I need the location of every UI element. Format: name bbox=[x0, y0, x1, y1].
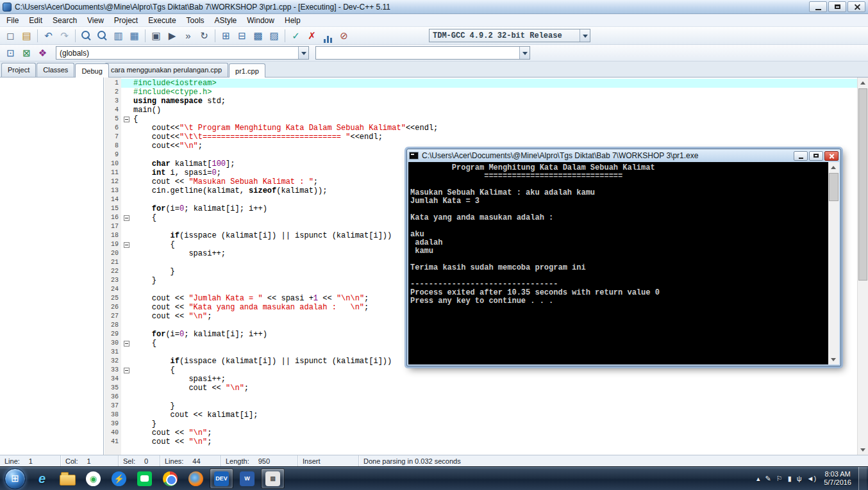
editor-tab-2[interactable]: pr1.cpp bbox=[229, 63, 265, 78]
line-number[interactable]: 23 bbox=[104, 276, 121, 285]
line-number[interactable]: 20 bbox=[104, 249, 121, 258]
code-line[interactable]: 38 cout << kalimat[i]; bbox=[104, 411, 857, 420]
fold-toggle-icon[interactable] bbox=[124, 242, 129, 248]
open-file-icon[interactable]: ▤ bbox=[19, 29, 35, 43]
taskbar-devcpp[interactable]: DEV bbox=[210, 468, 233, 489]
console-scrollbar[interactable] bbox=[828, 162, 839, 364]
line-number[interactable]: 41 bbox=[104, 437, 121, 446]
line-number[interactable]: 30 bbox=[104, 339, 121, 348]
scroll-up-icon[interactable] bbox=[858, 78, 868, 88]
abort-compile-icon[interactable]: ✗ bbox=[304, 29, 320, 43]
code-line[interactable]: 5{ bbox=[104, 115, 857, 124]
window-cascade-icon[interactable]: ▩ bbox=[250, 29, 266, 43]
code-line[interactable]: 6 cout<<"\t Program Menghitung Kata Dala… bbox=[104, 124, 857, 133]
code-line[interactable]: 39 } bbox=[104, 420, 857, 429]
window-layout-icon[interactable]: ▨ bbox=[266, 29, 282, 43]
fold-toggle-icon[interactable] bbox=[124, 341, 129, 347]
line-number[interactable]: 17 bbox=[104, 222, 121, 231]
line-number[interactable]: 35 bbox=[104, 384, 121, 393]
line-number[interactable]: 39 bbox=[104, 420, 121, 429]
maximize-button[interactable] bbox=[828, 1, 846, 12]
close-button[interactable] bbox=[847, 1, 865, 12]
menu-item-tools[interactable]: Tools bbox=[181, 15, 210, 26]
line-number[interactable]: 5 bbox=[104, 115, 121, 124]
compiler-profile-select[interactable]: TDM-GCC 4.9.2 32-bit Release bbox=[429, 29, 590, 42]
editor-tab-1[interactable]: cara menggunakan perulangan.cpp bbox=[104, 63, 228, 77]
line-number[interactable]: 12 bbox=[104, 177, 121, 186]
members-select[interactable] bbox=[315, 46, 530, 60]
rebuild-all-icon[interactable]: ↻ bbox=[196, 29, 212, 43]
minimize-button[interactable] bbox=[809, 1, 827, 12]
redo-icon[interactable]: ↷ bbox=[56, 29, 72, 43]
view-classes-icon[interactable]: ⊠ bbox=[19, 46, 35, 60]
scroll-down-icon[interactable] bbox=[858, 445, 868, 455]
code-line[interactable]: 36 bbox=[104, 393, 857, 402]
menu-item-file[interactable]: File bbox=[1, 15, 24, 26]
line-number[interactable]: 31 bbox=[104, 348, 121, 357]
volume-icon[interactable]: ◄) bbox=[807, 475, 817, 482]
line-number[interactable]: 4 bbox=[104, 106, 121, 115]
line-number[interactable]: 11 bbox=[104, 168, 121, 177]
line-number[interactable]: 8 bbox=[104, 142, 121, 151]
class-browser-icon[interactable]: ❖ bbox=[35, 46, 51, 60]
menu-item-help[interactable]: Help bbox=[280, 15, 306, 26]
code-line[interactable]: 1#include<iostream> bbox=[104, 79, 857, 88]
line-number[interactable]: 9 bbox=[104, 151, 121, 159]
fold-toggle-icon[interactable] bbox=[124, 215, 129, 221]
line-number[interactable]: 29 bbox=[104, 330, 121, 339]
line-number[interactable]: 24 bbox=[104, 285, 121, 294]
taskbar-green-app[interactable]: ◉ bbox=[81, 468, 105, 489]
code-line[interactable]: 2#include<ctype.h> bbox=[104, 88, 857, 97]
compile-run-icon[interactable]: » bbox=[180, 29, 196, 43]
project-panel[interactable] bbox=[0, 78, 104, 455]
line-number[interactable]: 2 bbox=[104, 88, 121, 97]
show-desktop-button[interactable] bbox=[858, 467, 867, 490]
line-number[interactable]: 10 bbox=[104, 159, 121, 168]
compile-icon[interactable]: ▣ bbox=[148, 29, 164, 43]
panel-tab-debug[interactable]: Debug bbox=[75, 63, 108, 78]
title-bar[interactable]: C:\Users\Acer\Documents\@Mine\Alpro\Tgs … bbox=[0, 0, 868, 14]
line-number[interactable]: 34 bbox=[104, 375, 121, 384]
code-line[interactable]: 37 } bbox=[104, 402, 857, 411]
line-number[interactable]: 28 bbox=[104, 321, 121, 330]
console-scrollbar-thumb[interactable] bbox=[829, 173, 839, 201]
line-number[interactable]: 27 bbox=[104, 312, 121, 321]
line-number[interactable]: 21 bbox=[104, 258, 121, 267]
console-minimize-button[interactable] bbox=[794, 151, 808, 161]
line-number[interactable]: 22 bbox=[104, 267, 121, 276]
scroll-up-icon[interactable] bbox=[828, 162, 839, 172]
console-window[interactable]: C:\Users\Acer\Documents\@Mine\Alpro\Tgs … bbox=[406, 149, 841, 366]
run-icon[interactable]: ▶ bbox=[164, 29, 180, 43]
line-number[interactable]: 3 bbox=[104, 97, 121, 106]
chevron-down-icon[interactable] bbox=[580, 29, 590, 42]
taskbar-messenger[interactable]: ⚡ bbox=[107, 468, 131, 489]
battery-icon[interactable]: ▮ bbox=[788, 475, 792, 483]
line-number[interactable]: 13 bbox=[104, 186, 121, 195]
panel-tab-classes[interactable]: Classes bbox=[37, 63, 74, 77]
chevron-down-icon[interactable] bbox=[519, 47, 530, 59]
taskbar-clock[interactable]: 8:03 AM 5/7/2016 bbox=[822, 470, 857, 487]
start-button[interactable]: ⊞ bbox=[4, 468, 26, 489]
action-center-flag-icon[interactable]: ⚐ bbox=[776, 475, 783, 483]
code-line[interactable]: 41 cout << "\n"; bbox=[104, 437, 857, 446]
goto-line-icon[interactable]: ▦ bbox=[126, 29, 142, 43]
replace-icon[interactable] bbox=[94, 29, 110, 43]
code-line[interactable]: 40 cout << "\n"; bbox=[104, 429, 857, 437]
taskbar-chrome[interactable] bbox=[158, 468, 182, 489]
line-number[interactable]: 33 bbox=[104, 366, 121, 375]
code-line[interactable]: 34 spasi++; bbox=[104, 375, 857, 384]
line-number[interactable]: 36 bbox=[104, 393, 121, 402]
console-title-bar[interactable]: C:\Users\Acer\Documents\@Mine\Alpro\Tgs … bbox=[407, 149, 840, 162]
profile-analysis-icon[interactable] bbox=[320, 29, 336, 43]
menu-item-view[interactable]: View bbox=[82, 15, 109, 26]
pen-input-icon[interactable]: ✎ bbox=[765, 475, 771, 483]
line-number[interactable]: 16 bbox=[104, 213, 121, 222]
undo-icon[interactable]: ↶ bbox=[40, 29, 56, 43]
taskbar-internet-explorer[interactable]: e bbox=[30, 468, 54, 489]
code-line[interactable]: 7 cout<<"\t\t===========================… bbox=[104, 133, 857, 142]
line-number[interactable]: 18 bbox=[104, 231, 121, 240]
console-maximize-button[interactable] bbox=[809, 151, 823, 161]
code-line[interactable]: 3using namespace std; bbox=[104, 97, 857, 106]
hidden-icons-arrow[interactable]: ▴ bbox=[756, 475, 760, 483]
code-line[interactable]: 35 cout << "\n"; bbox=[104, 384, 857, 393]
